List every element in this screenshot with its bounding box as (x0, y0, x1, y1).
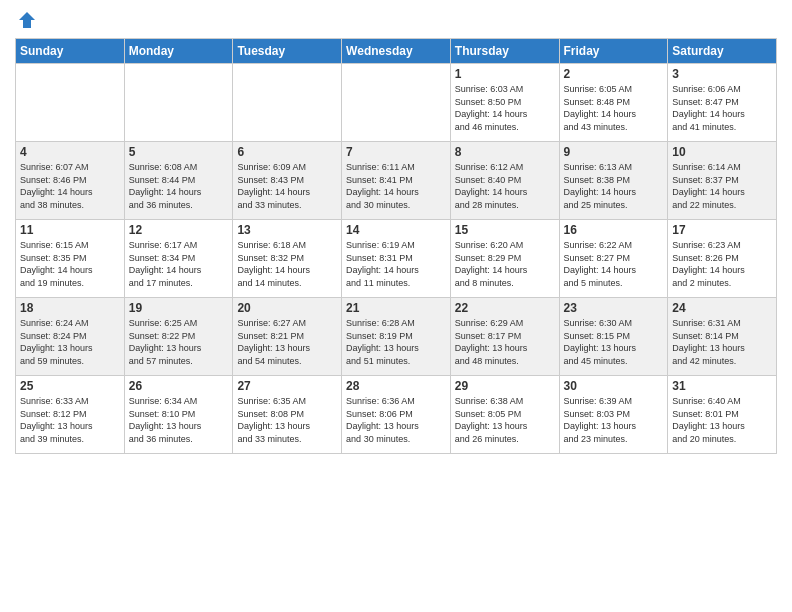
day-number: 5 (129, 145, 229, 159)
day-info: Sunrise: 6:07 AM Sunset: 8:46 PM Dayligh… (20, 161, 120, 211)
day-number: 25 (20, 379, 120, 393)
day-number: 13 (237, 223, 337, 237)
day-info: Sunrise: 6:28 AM Sunset: 8:19 PM Dayligh… (346, 317, 446, 367)
calendar-cell: 12Sunrise: 6:17 AM Sunset: 8:34 PM Dayli… (124, 220, 233, 298)
weekday-header-row: SundayMondayTuesdayWednesdayThursdayFrid… (16, 39, 777, 64)
calendar-cell: 28Sunrise: 6:36 AM Sunset: 8:06 PM Dayli… (342, 376, 451, 454)
day-number: 19 (129, 301, 229, 315)
calendar-cell: 5Sunrise: 6:08 AM Sunset: 8:44 PM Daylig… (124, 142, 233, 220)
day-number: 27 (237, 379, 337, 393)
weekday-header-friday: Friday (559, 39, 668, 64)
page: SundayMondayTuesdayWednesdayThursdayFrid… (0, 0, 792, 612)
day-info: Sunrise: 6:38 AM Sunset: 8:05 PM Dayligh… (455, 395, 555, 445)
calendar-cell: 20Sunrise: 6:27 AM Sunset: 8:21 PM Dayli… (233, 298, 342, 376)
day-info: Sunrise: 6:40 AM Sunset: 8:01 PM Dayligh… (672, 395, 772, 445)
calendar-cell: 18Sunrise: 6:24 AM Sunset: 8:24 PM Dayli… (16, 298, 125, 376)
calendar-cell: 24Sunrise: 6:31 AM Sunset: 8:14 PM Dayli… (668, 298, 777, 376)
day-info: Sunrise: 6:06 AM Sunset: 8:47 PM Dayligh… (672, 83, 772, 133)
calendar-cell: 16Sunrise: 6:22 AM Sunset: 8:27 PM Dayli… (559, 220, 668, 298)
week-row-3: 11Sunrise: 6:15 AM Sunset: 8:35 PM Dayli… (16, 220, 777, 298)
calendar-cell: 15Sunrise: 6:20 AM Sunset: 8:29 PM Dayli… (450, 220, 559, 298)
day-number: 6 (237, 145, 337, 159)
day-number: 8 (455, 145, 555, 159)
weekday-header-wednesday: Wednesday (342, 39, 451, 64)
day-info: Sunrise: 6:03 AM Sunset: 8:50 PM Dayligh… (455, 83, 555, 133)
week-row-1: 1Sunrise: 6:03 AM Sunset: 8:50 PM Daylig… (16, 64, 777, 142)
day-info: Sunrise: 6:11 AM Sunset: 8:41 PM Dayligh… (346, 161, 446, 211)
calendar-cell: 6Sunrise: 6:09 AM Sunset: 8:43 PM Daylig… (233, 142, 342, 220)
day-info: Sunrise: 6:29 AM Sunset: 8:17 PM Dayligh… (455, 317, 555, 367)
day-number: 31 (672, 379, 772, 393)
week-row-5: 25Sunrise: 6:33 AM Sunset: 8:12 PM Dayli… (16, 376, 777, 454)
day-info: Sunrise: 6:35 AM Sunset: 8:08 PM Dayligh… (237, 395, 337, 445)
day-info: Sunrise: 6:25 AM Sunset: 8:22 PM Dayligh… (129, 317, 229, 367)
day-number: 21 (346, 301, 446, 315)
calendar-cell: 19Sunrise: 6:25 AM Sunset: 8:22 PM Dayli… (124, 298, 233, 376)
calendar-cell: 1Sunrise: 6:03 AM Sunset: 8:50 PM Daylig… (450, 64, 559, 142)
day-number: 14 (346, 223, 446, 237)
calendar-cell: 2Sunrise: 6:05 AM Sunset: 8:48 PM Daylig… (559, 64, 668, 142)
calendar-cell: 31Sunrise: 6:40 AM Sunset: 8:01 PM Dayli… (668, 376, 777, 454)
day-info: Sunrise: 6:27 AM Sunset: 8:21 PM Dayligh… (237, 317, 337, 367)
logo-icon (17, 10, 37, 30)
day-info: Sunrise: 6:18 AM Sunset: 8:32 PM Dayligh… (237, 239, 337, 289)
week-row-2: 4Sunrise: 6:07 AM Sunset: 8:46 PM Daylig… (16, 142, 777, 220)
calendar-cell: 7Sunrise: 6:11 AM Sunset: 8:41 PM Daylig… (342, 142, 451, 220)
calendar-cell: 26Sunrise: 6:34 AM Sunset: 8:10 PM Dayli… (124, 376, 233, 454)
calendar-cell (16, 64, 125, 142)
day-info: Sunrise: 6:05 AM Sunset: 8:48 PM Dayligh… (564, 83, 664, 133)
day-number: 26 (129, 379, 229, 393)
day-number: 18 (20, 301, 120, 315)
weekday-header-tuesday: Tuesday (233, 39, 342, 64)
calendar-cell: 8Sunrise: 6:12 AM Sunset: 8:40 PM Daylig… (450, 142, 559, 220)
day-info: Sunrise: 6:22 AM Sunset: 8:27 PM Dayligh… (564, 239, 664, 289)
day-number: 15 (455, 223, 555, 237)
day-number: 28 (346, 379, 446, 393)
weekday-header-saturday: Saturday (668, 39, 777, 64)
day-info: Sunrise: 6:39 AM Sunset: 8:03 PM Dayligh… (564, 395, 664, 445)
day-number: 2 (564, 67, 664, 81)
week-row-4: 18Sunrise: 6:24 AM Sunset: 8:24 PM Dayli… (16, 298, 777, 376)
day-info: Sunrise: 6:17 AM Sunset: 8:34 PM Dayligh… (129, 239, 229, 289)
day-info: Sunrise: 6:12 AM Sunset: 8:40 PM Dayligh… (455, 161, 555, 211)
header (15, 10, 777, 30)
day-info: Sunrise: 6:34 AM Sunset: 8:10 PM Dayligh… (129, 395, 229, 445)
calendar-cell: 3Sunrise: 6:06 AM Sunset: 8:47 PM Daylig… (668, 64, 777, 142)
day-number: 3 (672, 67, 772, 81)
day-info: Sunrise: 6:36 AM Sunset: 8:06 PM Dayligh… (346, 395, 446, 445)
day-info: Sunrise: 6:24 AM Sunset: 8:24 PM Dayligh… (20, 317, 120, 367)
day-number: 30 (564, 379, 664, 393)
calendar-cell: 10Sunrise: 6:14 AM Sunset: 8:37 PM Dayli… (668, 142, 777, 220)
calendar-cell: 14Sunrise: 6:19 AM Sunset: 8:31 PM Dayli… (342, 220, 451, 298)
svg-marker-0 (19, 12, 35, 28)
weekday-header-monday: Monday (124, 39, 233, 64)
calendar-cell: 9Sunrise: 6:13 AM Sunset: 8:38 PM Daylig… (559, 142, 668, 220)
day-number: 12 (129, 223, 229, 237)
logo (15, 10, 37, 30)
day-info: Sunrise: 6:14 AM Sunset: 8:37 PM Dayligh… (672, 161, 772, 211)
calendar-cell: 4Sunrise: 6:07 AM Sunset: 8:46 PM Daylig… (16, 142, 125, 220)
day-number: 1 (455, 67, 555, 81)
day-number: 24 (672, 301, 772, 315)
calendar-cell: 25Sunrise: 6:33 AM Sunset: 8:12 PM Dayli… (16, 376, 125, 454)
day-number: 9 (564, 145, 664, 159)
calendar-cell: 27Sunrise: 6:35 AM Sunset: 8:08 PM Dayli… (233, 376, 342, 454)
day-info: Sunrise: 6:13 AM Sunset: 8:38 PM Dayligh… (564, 161, 664, 211)
day-number: 20 (237, 301, 337, 315)
calendar-cell: 23Sunrise: 6:30 AM Sunset: 8:15 PM Dayli… (559, 298, 668, 376)
calendar-cell (342, 64, 451, 142)
calendar-cell: 11Sunrise: 6:15 AM Sunset: 8:35 PM Dayli… (16, 220, 125, 298)
day-number: 22 (455, 301, 555, 315)
weekday-header-thursday: Thursday (450, 39, 559, 64)
day-info: Sunrise: 6:19 AM Sunset: 8:31 PM Dayligh… (346, 239, 446, 289)
calendar-cell (233, 64, 342, 142)
calendar-cell: 13Sunrise: 6:18 AM Sunset: 8:32 PM Dayli… (233, 220, 342, 298)
calendar: SundayMondayTuesdayWednesdayThursdayFrid… (15, 38, 777, 454)
day-number: 11 (20, 223, 120, 237)
day-number: 16 (564, 223, 664, 237)
calendar-cell: 21Sunrise: 6:28 AM Sunset: 8:19 PM Dayli… (342, 298, 451, 376)
calendar-cell (124, 64, 233, 142)
day-number: 29 (455, 379, 555, 393)
day-info: Sunrise: 6:15 AM Sunset: 8:35 PM Dayligh… (20, 239, 120, 289)
day-number: 17 (672, 223, 772, 237)
